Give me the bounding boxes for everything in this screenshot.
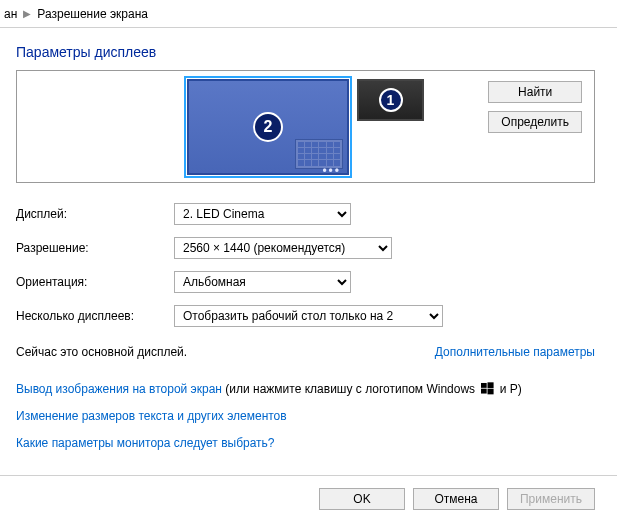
project-hint-b: и P) bbox=[496, 382, 521, 396]
breadcrumb: ан ▶ Разрешение экрана bbox=[0, 0, 617, 28]
multiple-displays-label: Несколько дисплеев: bbox=[16, 309, 174, 323]
ok-button[interactable]: OK bbox=[319, 488, 405, 510]
orientation-label: Ориентация: bbox=[16, 275, 174, 289]
apply-button[interactable]: Применить bbox=[507, 488, 595, 510]
project-link[interactable]: Вывод изображения на второй экран bbox=[16, 382, 222, 396]
svg-rect-2 bbox=[481, 389, 487, 394]
display-label: Дисплей: bbox=[16, 207, 174, 221]
svg-rect-1 bbox=[488, 382, 494, 388]
footer: OK Отмена Применить bbox=[0, 475, 617, 517]
detect-button[interactable]: Найти bbox=[488, 81, 582, 103]
which-settings-link[interactable]: Какие параметры монитора следует выбрать… bbox=[16, 436, 275, 450]
advanced-settings-link[interactable]: Дополнительные параметры bbox=[435, 345, 595, 359]
windows-logo-icon bbox=[481, 382, 494, 395]
svg-rect-0 bbox=[481, 383, 487, 388]
chevron-right-icon: ▶ bbox=[23, 8, 31, 19]
monitor-1[interactable]: 1 bbox=[357, 79, 424, 121]
display-select[interactable]: 2. LED Cinema bbox=[174, 203, 351, 225]
multiple-displays-select[interactable]: Отобразить рабочий стол только на 2 bbox=[174, 305, 443, 327]
svg-rect-3 bbox=[488, 389, 494, 395]
project-hint-a: (или нажмите клавишу с логотипом Windows bbox=[222, 382, 478, 396]
orientation-select[interactable]: Альбомная bbox=[174, 271, 351, 293]
identify-button[interactable]: Определить bbox=[488, 111, 582, 133]
monitor-number: 1 bbox=[379, 88, 403, 112]
breadcrumb-prev[interactable]: ан bbox=[4, 7, 17, 21]
resolution-select[interactable]: 2560 × 1440 (рекомендуется) bbox=[174, 237, 392, 259]
resize-handle-icon: ••• bbox=[322, 168, 341, 174]
primary-display-status: Сейчас это основной дисплей. bbox=[16, 345, 187, 359]
monitor-2[interactable]: 2 ••• bbox=[187, 79, 349, 175]
page-title: Параметры дисплеев bbox=[16, 44, 595, 60]
cancel-button[interactable]: Отмена bbox=[413, 488, 499, 510]
monitor-number: 2 bbox=[253, 112, 283, 142]
text-size-link[interactable]: Изменение размеров текста и других элеме… bbox=[16, 409, 287, 423]
resolution-label: Разрешение: bbox=[16, 241, 174, 255]
display-arrangement[interactable]: 2 ••• 1 Найти Определить bbox=[16, 70, 595, 183]
breadcrumb-current: Разрешение экрана bbox=[37, 7, 148, 21]
